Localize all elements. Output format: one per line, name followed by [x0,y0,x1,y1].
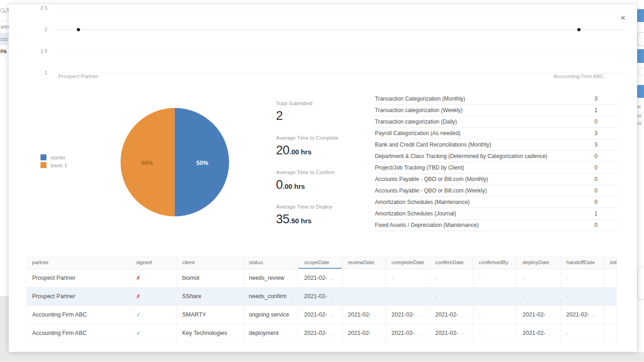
background-right-panel: at 20 20 [637,0,644,351]
service-count: 0 [594,162,620,173]
cell-status: deployment [243,324,299,342]
service-count: 3 [594,128,620,139]
background-blue-button[interactable] [637,49,644,63]
truncation-ellipsis: … [374,312,378,317]
cell-client: biomot [177,269,243,287]
cell-signed: ✓ [131,324,177,342]
cell-deployDate: 2021-02-… [517,324,561,342]
column-header-reviewDate[interactable]: reviewDate [342,256,386,269]
x-axis-label: Prospect Partner [41,74,115,79]
search-icon [0,8,5,12]
legend-swatch [40,162,46,168]
pie-legend: starter basic 1 [40,153,67,169]
cell-reviewDate: 2021-02-… [342,305,386,324]
truncation-ellipsis: … [548,331,553,336]
service-name: Transaction Categorization (Monthly) [375,93,465,104]
column-header-confirmDate[interactable]: confirmDate [430,256,473,269]
table-row[interactable]: Accounting Firm ABC✓Key Technologiesdepl… [27,324,617,342]
y-axis-tick: 2.5 [32,5,47,11]
cell-confirmDate: 2021-02-… [430,324,473,342]
stat-label: Total Submitted [276,101,375,106]
service-count: 3 [594,93,620,104]
column-header-completeDate[interactable]: completeDate [386,256,430,269]
cell-confirmedBy: - [473,287,517,305]
column-header-signed[interactable]: signed [131,256,177,269]
records-table-wrap: partnersignedclientstatusscopeDatereview… [26,256,617,343]
background-row-fragment: PA [0,45,9,58]
service-name: Accounts Payable - QBO or Bill.com (Week… [375,185,487,196]
gridline [55,29,627,30]
service-count: 3 [594,139,620,150]
stat-value: 20 [276,143,289,157]
cell-initi [604,269,617,287]
table-row[interactable]: Accounting Firm ABC✓SMARTYongoing servic… [27,305,617,324]
cell-client: SShare [177,287,243,305]
column-header-deployDate[interactable]: deployDate [517,256,561,269]
cell-confirmedBy: - [473,305,517,324]
service-name: Payroll Categorization (As needed) [375,128,460,139]
gridline [55,51,627,51]
truncation-ellipsis: … [289,294,294,299]
cell-initi [604,305,617,324]
cell-scopeDate: 2021-02-… [299,287,342,305]
column-header-confirmedBy[interactable]: confirmedBy [473,256,517,269]
background-text-fragment: 20 [637,120,644,126]
column-header-client[interactable]: client [177,256,243,269]
service-list-item: Payroll Categorization (As needed) 3 [375,128,620,139]
cell-confirmDate: 2021-02-… [430,305,473,324]
cell-completeDate: - [386,269,430,287]
x-axis-label: Accounting Firm ABC [542,74,615,79]
cell-confirmDate: - [430,269,473,287]
cell-reviewDate: 2021-02-… [342,324,386,342]
column-header-scopeDate[interactable]: scopeDate [299,256,342,269]
cell-partner: Accounting Firm ABC [27,305,131,324]
cell-handoffDate: - [561,287,604,305]
service-list-item: Amortization Schedules (Journal) 1 [375,208,620,220]
cell-status: needs_confirm… [243,287,299,305]
service-count: 0 [594,185,620,196]
service-count: 0 [594,174,620,185]
cell-initi [604,324,617,342]
table-row[interactable]: Prospect Partner✗SShareneeds_confirm…202… [27,287,617,305]
cell-handoffDate: 2021-02-… [561,305,604,324]
background-outlined-button[interactable] [638,68,644,75]
gridline [55,73,627,73]
background-search-bar[interactable]: S [0,0,9,21]
column-header-status[interactable]: status [243,256,299,269]
service-list-item: Transaction categorization (Weekly) 1 [375,105,620,116]
service-name: Department & Class Tracking (Determined … [375,151,547,162]
cell-reviewDate [342,269,386,287]
table-row[interactable]: Prospect Partner✗biomotneeds_review2021-… [27,269,617,287]
background-blue-button[interactable] [637,85,644,98]
service-name: Amortization Schedules (Journal) [375,208,456,219]
truncation-ellipsis: … [548,312,553,317]
legend-item-starter[interactable]: starter [40,153,67,161]
background-blue-button[interactable] [637,9,644,22]
cell-partner: Accounting Firm ABC [27,324,131,342]
legend-item-basic-1[interactable]: basic 1 [40,161,67,169]
y-axis-tick: 1.5 [32,48,47,54]
column-header-initi[interactable]: initi [604,256,617,269]
service-count: 0 [594,116,620,127]
background-left-panel: S artn ccc PA [0,0,9,296]
column-header-partner[interactable]: partner [27,256,131,269]
stat-avg-time-deploy: Average Time to Deploy 35.50 hrs [276,204,375,226]
records-table: partnersignedclientstatusscopeDatereview… [26,256,617,343]
cell-confirmedBy: - [473,269,517,287]
background-outlined-button[interactable] [638,32,644,46]
cell-deployDate: - [517,287,561,305]
background-text-fragment: 20 [637,112,644,118]
service-list-item: Department & Class Tracking (Determined … [375,151,620,162]
pie-slice-label: 50% [133,160,161,166]
legend-label: starter [51,155,66,160]
column-header-handoffDate[interactable]: handoffDate [561,256,604,269]
service-list-item: Accounts Payable - QBO or Bill.com (Mont… [375,174,620,185]
background-card-fragment [638,266,644,300]
service-list: Transaction Categorization (Monthly) 3 T… [375,93,620,231]
service-list-item: Accounts Payable - QBO or Bill.com (Week… [375,185,620,197]
cell-completeDate: - [386,287,430,305]
service-count: 1 [594,208,620,219]
background-row-fragment: ccc [0,33,9,45]
service-list-item: Transaction categorization (Daily) 0 [375,116,620,128]
background-text-fragment: at [637,104,644,109]
